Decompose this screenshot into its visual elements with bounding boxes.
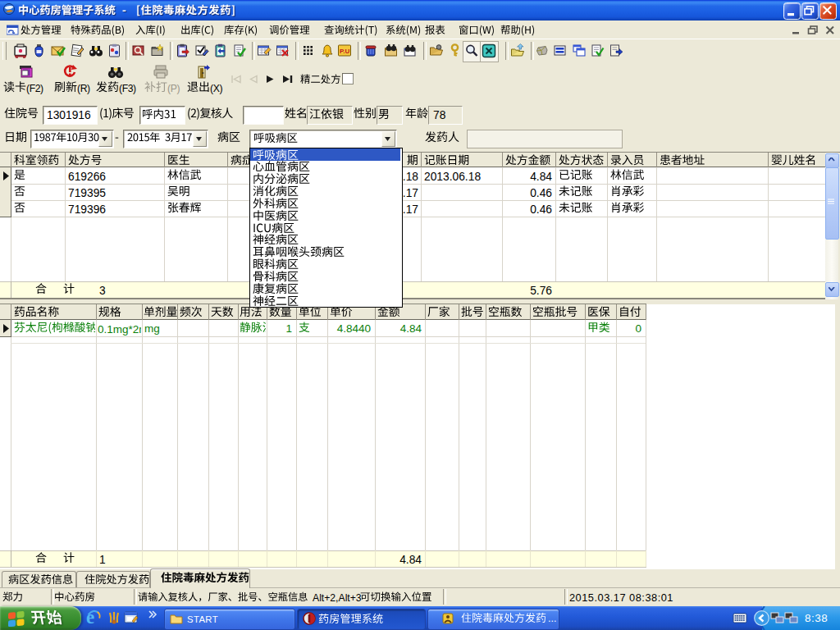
svg-text:P.U: P.U [340, 48, 350, 55]
